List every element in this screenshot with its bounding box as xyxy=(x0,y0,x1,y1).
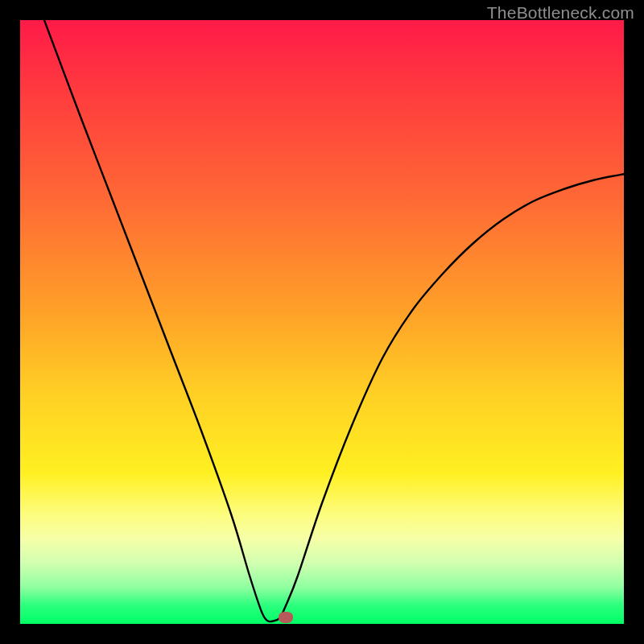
balance-marker xyxy=(279,612,293,623)
plot-gradient-area xyxy=(20,20,624,624)
watermark-text: TheBottleneck.com xyxy=(487,3,634,23)
chart-frame: TheBottleneck.com xyxy=(0,0,644,644)
